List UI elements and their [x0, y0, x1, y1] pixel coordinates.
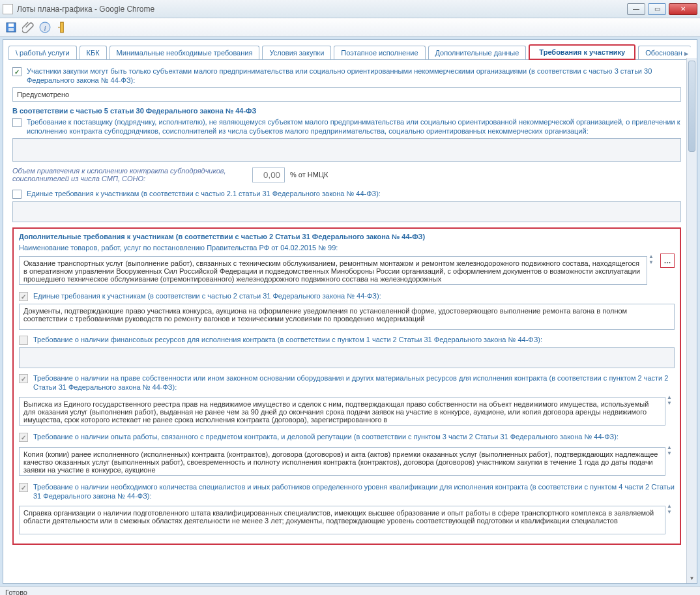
exp-scroll-arrows[interactable]: ▲▼ [667, 444, 675, 456]
tab-min-requirements[interactable]: Минимальные необходимые требования [109, 46, 260, 59]
uniform2-textbox[interactable] [19, 304, 675, 330]
percent-suffix: % от НМЦК [290, 171, 328, 179]
fin-checkbox [19, 336, 28, 345]
svg-point-6 [58, 26, 59, 27]
exp-checkbox [19, 433, 28, 442]
exit-icon[interactable] [56, 22, 68, 33]
exp-textbox[interactable] [19, 447, 665, 476]
toolbar: i [0, 18, 700, 36]
status-text: Готово [5, 588, 27, 595]
spec-scroll-arrows[interactable]: ▲▼ [667, 503, 675, 515]
svg-rect-2 [8, 28, 14, 31]
info-icon[interactable]: i [39, 22, 51, 33]
titlebar: Лоты плана-графика - Google Chrome — ▭ ✕ [0, 0, 700, 18]
naming-lookup-button[interactable]: … [660, 254, 675, 268]
uniform2-label: Единые требования к участникам (в соотве… [33, 291, 381, 300]
own-scroll-arrows[interactable]: ▲▼ [667, 394, 675, 406]
smp-only-checkbox[interactable] [12, 67, 22, 76]
tab-purchase-conditions[interactable]: Условия закупки [262, 46, 331, 59]
tab-participant-requirements[interactable]: Требования к участнику [529, 44, 635, 60]
spec-textbox[interactable] [19, 506, 665, 534]
smp-only-label: Участники закупки могут быть только субъ… [27, 66, 681, 85]
page-body: Участники закупки могут быть только субъ… [3, 60, 697, 583]
own-textbox[interactable] [19, 397, 665, 426]
fin-textbox[interactable] [19, 347, 675, 368]
spec-label: Требование о наличии необходимого количе… [33, 482, 675, 501]
tab-staged-execution[interactable]: Поэтапное исполнение [334, 46, 425, 59]
tab-kbk[interactable]: КБК [80, 46, 107, 59]
supplier-req-label: Требование к поставщику (подрядчику, исп… [27, 117, 681, 136]
naming-label: Наименование товаров, работ, услуг по по… [19, 243, 675, 252]
percent-label: Объем привлечения к исполнению контракта… [12, 167, 247, 182]
page-icon [3, 4, 13, 14]
fin-label: Требование о наличии финансовых ресурсов… [33, 335, 542, 344]
spec-checkbox [19, 483, 28, 492]
statusbar: Готово [0, 587, 700, 595]
tab-works-services[interactable]: \ работы\ услуги [8, 46, 77, 59]
tab-justification[interactable]: Обоснован [638, 46, 691, 59]
maximize-button[interactable]: ▭ [648, 3, 666, 15]
supplier-req-value[interactable] [12, 138, 681, 162]
naming-textbox[interactable] [19, 256, 647, 285]
tab-additional-data[interactable]: Дополнительные данные [428, 46, 527, 59]
exp-label: Требование о наличии опыта работы, связа… [33, 432, 619, 441]
svg-rect-5 [61, 22, 64, 33]
content-area: \ работы\ услуги КБК Минимальные необход… [3, 39, 697, 584]
window-controls: — ▭ ✕ [627, 3, 697, 15]
tabs-row: \ работы\ услуги КБК Минимальные необход… [3, 40, 697, 59]
additional-title: Дополнительные требования к участникам (… [19, 233, 675, 240]
save-icon[interactable] [5, 22, 17, 33]
naming-scroll-arrows[interactable]: ▲▼ [649, 254, 656, 265]
additional-requirements-group: Дополнительные требования к участникам (… [12, 227, 681, 545]
vertical-scrollbar[interactable]: ▲ ▼ [686, 58, 697, 583]
uniform-req-checkbox[interactable] [12, 190, 22, 199]
own-checkbox [19, 374, 28, 383]
percent-input[interactable] [252, 167, 285, 182]
uniform-req-label: Единые требования к участникам (в соотве… [27, 189, 381, 198]
svg-text:i: i [44, 23, 46, 31]
attach-icon[interactable] [22, 22, 34, 33]
scroll-down-arrow[interactable]: ▼ [687, 573, 697, 583]
smp-only-value[interactable]: Предусмотрено [12, 87, 681, 102]
scroll-thumb[interactable] [688, 61, 695, 152]
uniform2-checkbox [19, 292, 28, 301]
svg-rect-1 [8, 23, 14, 27]
window-title: Лоты плана-графика - Google Chrome [17, 5, 154, 14]
minimize-button[interactable]: — [627, 3, 645, 15]
uniform-req-value[interactable] [12, 201, 681, 222]
own-label: Требование о наличии на праве собственно… [33, 373, 675, 392]
supplier-req-checkbox[interactable] [12, 118, 22, 127]
close-button[interactable]: ✕ [669, 3, 697, 15]
section30-title: В соответствии с частью 5 статьи 30 Феде… [12, 107, 681, 115]
